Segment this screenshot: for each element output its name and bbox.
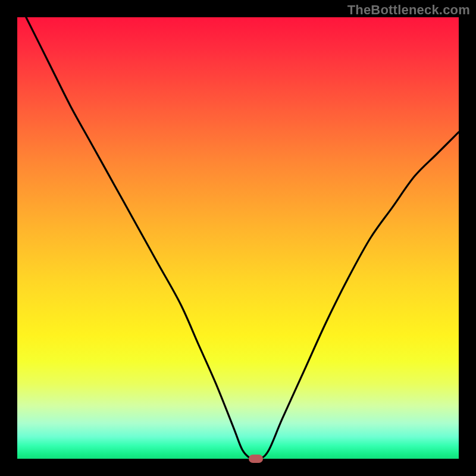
watermark-text: TheBottleneck.com (347, 2, 470, 18)
plot-area (17, 17, 459, 459)
optimal-marker (249, 455, 263, 463)
chart-frame: TheBottleneck.com (0, 0, 476, 476)
bottleneck-curve (17, 17, 459, 459)
